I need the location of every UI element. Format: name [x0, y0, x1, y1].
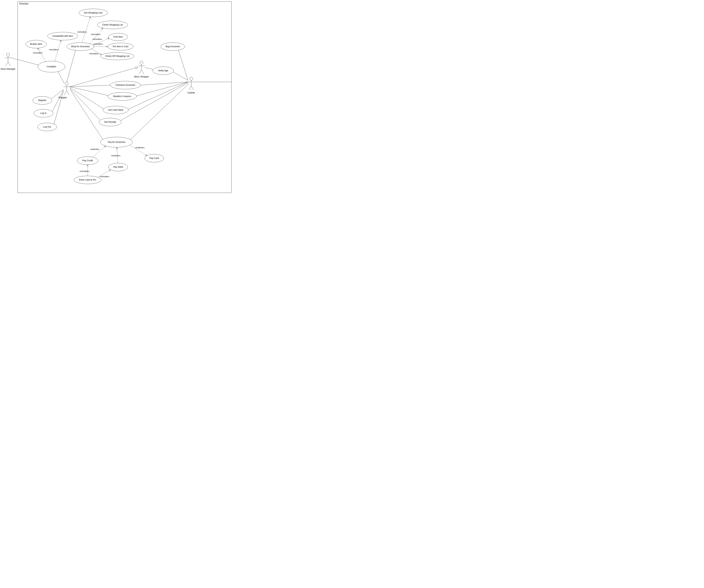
- svg-text:«includes»: «includes»: [79, 170, 90, 173]
- svg-text:«includes»: «includes»: [77, 31, 87, 33]
- assoc-shopper-pay: [70, 89, 103, 139]
- svg-text:«extends»: «extends»: [111, 154, 121, 157]
- svg-text:Unsatisfied with item: Unsatisfied with item: [52, 35, 73, 37]
- svg-line-13: [139, 70, 141, 74]
- svg-point-5: [65, 82, 68, 85]
- usecase-find-item: Find Item: [109, 33, 128, 41]
- svg-point-15: [190, 77, 193, 80]
- svg-text:Checkout Groceries: Checkout Groceries: [115, 84, 135, 86]
- actor-minor-shopper: Minor Shopper: [134, 61, 149, 78]
- svg-text:«includes»: «includes»: [91, 33, 101, 36]
- extend-credit-pay: [93, 146, 106, 157]
- svg-point-10: [140, 61, 143, 64]
- usecase-get-cash-back: Get Cash Back: [103, 106, 129, 114]
- usecase-checkout: Checkout Groceries: [110, 81, 141, 89]
- usecase-logout: Log Out: [38, 123, 57, 131]
- actor-minor-shopper-label: Minor Shopper: [134, 75, 149, 78]
- svg-text:Pay Debit: Pay Debit: [113, 166, 123, 168]
- actor-cashier-label: Cashier: [187, 91, 195, 94]
- system-title: Grocery: [19, 2, 28, 5]
- assoc-shopper-cashback: [70, 87, 104, 109]
- usecase-shop-for-groceries: Shop for Groceries: [67, 43, 94, 51]
- usecase-pay-credit: Pay Credit: [77, 157, 98, 165]
- usecase-check-off-list: Check-Off Shopping List: [101, 53, 134, 60]
- svg-text:Check-Off Shopping List: Check-Off Shopping List: [105, 55, 129, 57]
- svg-line-18: [189, 86, 191, 90]
- usecase-pay-for-groceries: Pay for Groceries: [101, 137, 133, 147]
- assoc-shopper-shop: [67, 50, 75, 82]
- usecase-bag-groceries: Bag Groceries: [161, 43, 185, 51]
- svg-text:«extends»: «extends»: [135, 146, 145, 149]
- include-shop-cart: [82, 17, 91, 43]
- usecase-complain: Complain: [38, 61, 65, 72]
- usecase-get-shopping-cart: Get Shopping Cart: [79, 9, 108, 17]
- svg-text:«includes»: «includes»: [93, 43, 103, 45]
- svg-line-14: [141, 70, 144, 74]
- usecase-enter-card-pin: Enter Card & Pin: [74, 176, 101, 184]
- svg-line-4: [8, 62, 10, 66]
- svg-text:Register: Register: [38, 99, 47, 102]
- svg-text:«extends»: «extends»: [90, 148, 100, 150]
- svg-text:Log In: Log In: [40, 112, 47, 114]
- include-shop-checklist: [90, 28, 103, 44]
- assoc-shopper-receipt: [70, 88, 100, 120]
- assoc-cashier-bag: [178, 50, 188, 80]
- usecase-unsatisfied: Unsatisfied with item: [47, 32, 78, 40]
- assoc-storemgr-complain: [11, 58, 39, 65]
- actor-store-manager: Store Manager: [1, 53, 16, 70]
- svg-point-0: [6, 53, 10, 56]
- svg-text:Pay Cash: Pay Cash: [150, 157, 159, 159]
- svg-text:Put Item in Cart: Put Item in Cart: [113, 45, 128, 48]
- svg-text:Shop for Groceries: Shop for Groceries: [71, 45, 90, 48]
- assoc-cashier-checkout: [140, 82, 188, 85]
- assoc-minor-verify: [145, 67, 153, 69]
- usecase-diagram: Grocery Store Manager Shopper Minor Shop…: [0, 0, 235, 196]
- svg-text:Enter Card & Pin: Enter Card & Pin: [79, 179, 96, 181]
- assoc-shopper-checkout: [70, 85, 110, 87]
- svg-line-8: [64, 91, 67, 95]
- svg-line-3: [6, 62, 8, 66]
- actor-shopper-label: Shopper: [59, 96, 67, 99]
- assoc-shopper-login: [52, 90, 63, 112]
- usecase-check-shopping-list: Check Shopping List: [97, 21, 128, 29]
- usecase-login: Log In: [34, 109, 53, 117]
- svg-text:Check Shopping List: Check Shopping List: [102, 23, 123, 26]
- assoc-shopper-logout: [54, 91, 63, 125]
- usecase-get-receipt: Get Receipt: [99, 118, 121, 126]
- svg-text:Pay Credit: Pay Credit: [82, 159, 93, 162]
- usecase-redeem-coupons: Reedem Coupons: [108, 92, 137, 101]
- svg-text:Get Shopping Cart: Get Shopping Cart: [84, 11, 103, 14]
- actor-cashier: Cashier: [187, 77, 195, 94]
- svg-text:Broken Item: Broken Item: [30, 43, 42, 45]
- svg-text:«includes»: «includes»: [92, 38, 102, 40]
- usecase-put-item-in-cart: Put Item in Cart: [108, 43, 133, 50]
- svg-text:Log Out: Log Out: [43, 125, 51, 128]
- assoc-cashier-pay: [130, 83, 189, 140]
- svg-line-9: [67, 91, 69, 95]
- assoc-shopper-complain: [58, 71, 64, 83]
- usecase-pay-cash: Pay Cash: [145, 154, 164, 162]
- svg-text:Bag Groceries: Bag Groceries: [166, 45, 180, 48]
- svg-text:Find Item: Find Item: [113, 36, 123, 38]
- svg-text:Reedem Coupons: Reedem Coupons: [113, 95, 131, 97]
- svg-line-19: [191, 86, 194, 90]
- usecase-pay-debit: Pay Debit: [109, 163, 128, 171]
- svg-text:Get Receipt: Get Receipt: [104, 121, 116, 123]
- svg-text:Pay for Groceries: Pay for Groceries: [108, 141, 125, 143]
- usecase-verify-age: Verify Age: [153, 67, 174, 75]
- svg-text:«includes»: «includes»: [33, 52, 43, 54]
- usecase-broken-item: Broken Item: [26, 40, 47, 48]
- include-complain-broken: [38, 48, 46, 62]
- svg-text:«includes»: «includes»: [100, 175, 110, 178]
- svg-text:Get Cash Back: Get Cash Back: [108, 109, 123, 111]
- svg-text:«includes»: «includes»: [89, 52, 99, 55]
- svg-text:Complain: Complain: [47, 65, 56, 68]
- svg-text:«includes»: «includes»: [49, 48, 59, 51]
- assoc-cashier-redeem: [136, 82, 188, 96]
- usecase-register: Register: [33, 96, 52, 105]
- actor-store-manager-label: Store Manager: [1, 68, 16, 70]
- svg-text:Verify Age: Verify Age: [158, 69, 168, 72]
